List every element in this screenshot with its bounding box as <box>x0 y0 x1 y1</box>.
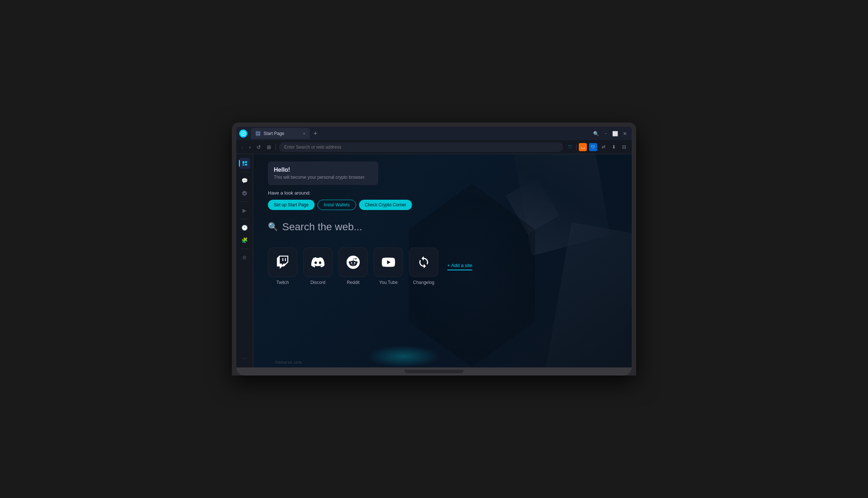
quick-link-discord[interactable]: Discord <box>303 248 333 285</box>
extension-orange-icon[interactable]: 🦊 <box>579 143 587 151</box>
tab-title: Start Page <box>263 131 300 136</box>
address-bar: ‹ › ↺ ⊞ ♡ 🦊 🛡 ⇄ ⬇ ⊟ <box>236 140 632 154</box>
twitch-icon <box>268 248 297 277</box>
view-toggle-button[interactable]: ⊞ <box>265 143 273 151</box>
add-site-label: + Add a site <box>447 263 472 268</box>
svg-rect-4 <box>243 164 244 166</box>
sidebar-divider-4 <box>241 249 249 249</box>
svg-rect-2 <box>243 161 244 164</box>
close-button[interactable]: ✕ <box>621 129 629 138</box>
changelog-label: Changelog <box>413 280 434 285</box>
shield-icon[interactable]: 🛡 <box>589 143 597 151</box>
tab-favicon <box>255 131 261 136</box>
laptop-screen: Start Page × + 🔍 － ⬜ ✕ ‹ › ↺ ⊞ ♡ 🦊 🛡 ⇄ <box>236 127 632 367</box>
main-content: ✕ │ 🙂 Hello! This will become your perso… <box>253 154 632 367</box>
content-area: ✕ │ 🙂 Hello! This will become your perso… <box>253 154 632 292</box>
title-bar: Start Page × + 🔍 － ⬜ ✕ <box>236 127 632 140</box>
more-icon[interactable]: ⊟ <box>620 143 628 151</box>
svg-rect-3 <box>245 161 247 163</box>
sidebar-item-extensions[interactable]: 🧩 <box>239 235 250 246</box>
search-icon[interactable]: 🔍 <box>592 129 600 138</box>
sidebar-more-button[interactable]: ··· <box>239 353 250 364</box>
popup-subtitle: This will become your personal crypto br… <box>274 175 372 180</box>
divider <box>276 144 276 150</box>
laptop-frame: Start Page × + 🔍 － ⬜ ✕ ‹ › ↺ ⊞ ♡ 🦊 🛡 ⇄ <box>232 122 636 376</box>
check-crypto-button[interactable]: Check Crypto Corner <box>359 200 412 210</box>
quick-link-youtube[interactable]: You Tube <box>374 248 403 285</box>
quick-links: Twitch Discord <box>268 248 617 285</box>
minimize-button[interactable]: － <box>602 129 610 138</box>
sidebar-item-play[interactable]: ▶ <box>239 205 250 216</box>
discord-label: Discord <box>311 280 326 285</box>
new-tab-button[interactable]: + <box>313 130 318 137</box>
sidebar-divider-1 <box>241 172 249 172</box>
quick-link-twitch[interactable]: Twitch <box>268 248 297 285</box>
refresh-button[interactable]: ↺ <box>255 143 262 151</box>
search-placeholder-text[interactable]: Search the web... <box>282 221 362 233</box>
back-button[interactable]: ‹ <box>240 143 245 151</box>
install-wallets-button[interactable]: Instal Wallets <box>318 200 356 210</box>
svg-point-1 <box>243 133 244 134</box>
add-site-underline <box>447 270 472 270</box>
svg-rect-5 <box>245 164 247 166</box>
divider2 <box>576 144 577 150</box>
sidebar-item-telegram[interactable] <box>239 188 250 199</box>
address-input[interactable] <box>279 142 563 152</box>
laptop-base <box>236 367 632 376</box>
sync-icon[interactable]: ⇄ <box>599 143 607 151</box>
sidebar-item-settings[interactable]: ⚙ <box>239 252 250 263</box>
favorites-icon[interactable]: ♡ <box>566 143 574 151</box>
teal-glow <box>367 345 440 367</box>
active-tab[interactable]: Start Page × <box>251 128 310 139</box>
youtube-label: You Tube <box>379 280 398 285</box>
search-big-icon: 🔍 <box>268 222 278 232</box>
search-section: 🔍 Search the web... <box>268 221 617 233</box>
toolbar-actions: ♡ 🦊 🛡 ⇄ ⬇ ⊟ <box>566 143 628 151</box>
browser-body: 💬 ▶ 🕐 🧩 ⚙ ··· <box>236 154 632 367</box>
popup-look-around: Have a look around: <box>268 189 617 196</box>
sidebar-item-bookmarks[interactable] <box>239 158 250 169</box>
sidebar-divider-2 <box>241 202 249 202</box>
add-site-button[interactable]: + Add a site <box>447 263 472 270</box>
sidebar-divider-3 <box>241 219 249 219</box>
sidebar-item-history[interactable]: 🕐 <box>239 222 250 233</box>
maximize-button[interactable]: ⬜ <box>611 129 619 138</box>
quick-link-reddit[interactable]: Reddit <box>338 248 368 285</box>
download-icon[interactable]: ⬇ <box>610 143 618 151</box>
popup-title: Hello! <box>274 167 372 173</box>
tab-close-button[interactable]: × <box>303 131 305 136</box>
look-around-text: Have a look around: <box>268 190 311 196</box>
changelog-icon <box>409 248 438 277</box>
sidebar: 💬 ▶ 🕐 🧩 ⚙ ··· <box>236 154 253 367</box>
twitch-label: Twitch <box>276 280 289 285</box>
laptop-notch <box>405 370 463 373</box>
discord-icon <box>303 248 333 277</box>
youtube-icon <box>374 248 403 277</box>
sidebar-item-chat[interactable]: 💬 <box>239 175 250 186</box>
setup-startpage-button[interactable]: Set up Start Page <box>268 200 315 210</box>
reddit-label: Reddit <box>347 280 360 285</box>
watermark: filehorse.com <box>275 360 302 364</box>
action-buttons: Set up Start Page Instal Wallets Check C… <box>268 200 617 210</box>
quick-link-changelog[interactable]: Changelog <box>409 248 438 285</box>
browser-logo <box>239 129 247 138</box>
forward-button[interactable]: › <box>248 143 252 151</box>
reddit-icon <box>338 248 368 277</box>
hello-popup: Hello! This will become your personal cr… <box>268 161 378 185</box>
